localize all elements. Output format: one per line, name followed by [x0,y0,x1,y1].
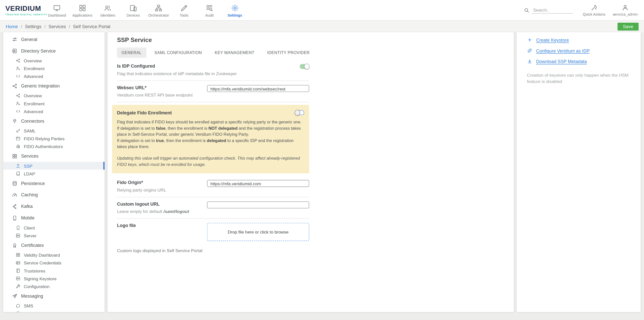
custom-logout-url-input[interactable] [207,201,309,208]
sidebar-item-ds-overview[interactable]: Overview [3,57,104,64]
sidebar-item-label: Service Credentials [24,260,61,265]
search-box [524,7,573,14]
field-label: Is IDP Configured [117,64,237,69]
advanced-icon [16,109,20,114]
client-icon [16,225,20,230]
sidebar-item-gi-enrollment[interactable]: Enrollment [3,100,104,107]
brand-logo[interactable]: VERIDIUM TRUSTED DIGITAL IDENTITY [5,5,44,16]
tab-general[interactable]: GENERAL [117,48,146,58]
sidebar-item-ldap[interactable]: LDAP [3,170,104,177]
sidebar-item-label: Kafka [21,204,33,209]
messaging-icon [12,293,17,298]
field-label: Custom logout URL [117,201,207,206]
save-button[interactable]: Save [618,22,639,30]
breadcrumb-current-page: Self Service Portal [73,24,111,29]
nav-item-settings[interactable]: Settings [222,3,247,17]
delegate-fido-toggle[interactable] [295,110,304,115]
general-icon [12,36,17,42]
sidebar-item-label: Generic Integration [21,83,60,88]
fido-relying-parties-icon [16,136,20,141]
nav-item-audit[interactable]: Audit [197,3,222,17]
orchestrator-icon [155,4,162,12]
nav-item-orchestrator[interactable]: Orchestrator [146,3,171,17]
overview-icon [16,58,20,63]
nav-item-label: Orchestrator [148,13,169,17]
nav-item-applications[interactable]: Applications [70,3,95,17]
tab-bar: GENERAL SAML CONFIGURATION KEY MANAGEMEN… [117,48,504,58]
configure-veridium-as-idp-link[interactable]: Configure Veridium as IDP [527,48,630,53]
ssp-icon [16,163,20,168]
sidebar-item-label: Enrollment [24,101,44,106]
sidebar-item-signing-keystore[interactable]: Signing Keystore [3,275,104,282]
nav-item-identities[interactable]: Identities [95,3,121,17]
nav-item-dashboard[interactable]: Dashboard [44,3,70,17]
sidebar-item-persistence[interactable]: Persistence [3,177,104,189]
sidebar-item-fido-relying-parties[interactable]: FIDO Relying Parties [3,134,104,142]
sidebar-item-certificates[interactable]: Certificates [3,239,104,251]
nav-item-devices[interactable]: Devices [121,3,146,17]
toggle-knob [304,64,310,69]
download-ssp-metadata-link[interactable]: Download SSP Metadata [527,59,630,64]
search-icon [524,7,529,13]
sidebar-item-directory-service[interactable]: Directory Service [3,45,104,57]
sidebar-item-mobile[interactable]: Mobile [3,212,104,224]
nav-item-label: Audit [205,13,214,17]
user-menu[interactable]: aencica_admin [613,4,638,16]
sidebar-item-connectors[interactable]: Connectors [3,115,104,127]
sidebar-item-configuration[interactable]: Configuration [3,282,104,290]
sidebar-item-server[interactable]: Server [3,232,104,239]
certificates-icon [12,243,17,248]
sidebar-item-email[interactable]: Email [3,309,104,312]
sidebar-item-truststores[interactable]: Truststores [3,267,104,275]
persistence-icon [12,180,17,186]
breadcrumb-settings[interactable]: Settings [25,24,41,29]
fido-origin-input[interactable] [207,180,309,187]
tab-key-management[interactable]: KEY MANAGEMENT [210,48,259,58]
create-keystore-link[interactable]: Create Keystore [527,37,630,42]
sidebar-item-label: Connectors [21,118,44,123]
sidebar-item-label: Email [24,311,34,312]
sidebar-item-kafka[interactable]: Kafka [3,201,104,212]
sidebar-item-service-credentials[interactable]: Service Credentials [3,259,104,266]
sidebar-item-messaging[interactable]: Messaging [3,290,104,302]
quick-actions-label: Quick Actions [583,12,605,16]
sidebar-item-label: LDAP [24,171,35,176]
sidebar-item-caching[interactable]: Caching [3,189,104,201]
websec-url-input[interactable] [207,85,309,92]
ldap-icon [16,171,20,176]
advanced-icon [16,74,20,78]
sidebar-item-label: Directory Service [21,48,56,53]
logo-file-dropzone[interactable]: Drop file here or click to browse [207,223,309,241]
sidebar-item-client[interactable]: Client [3,224,104,232]
sidebar-item-ssp[interactable]: SSP [3,162,104,170]
sidebar-item-label: General [21,37,37,42]
sidebar-item-fido-authenticators[interactable]: FIDO Authenticators [3,142,104,150]
breadcrumb: Home / Settings / Services / Self Servic… [0,21,644,32]
quick-actions-button[interactable]: Quick Actions [583,4,605,16]
sidebar-item-ds-enrollment[interactable]: Enrollment [3,64,104,72]
divider [117,102,309,103]
breadcrumb-home[interactable]: Home [6,24,18,29]
keystore-hsm-note: Creation of keystore can only happen whe… [527,72,630,84]
service-credentials-icon [16,260,20,265]
sidebar-item-services[interactable]: Services [3,150,104,162]
sidebar-item-general[interactable]: General [3,33,104,45]
tab-saml-configuration[interactable]: SAML CONFIGURATION [150,48,206,58]
field-description: Relying party origins URL [117,187,207,193]
breadcrumb-services[interactable]: Services [48,24,66,29]
user-name-label: aencica_admin [613,12,638,16]
is-idp-configured-toggle[interactable] [300,64,309,69]
sidebar-item-gi-overview[interactable]: Overview [3,92,104,99]
nav-item-tools[interactable]: Tools [171,3,197,17]
sidebar-item-validity-dashboard[interactable]: Validity Dashboard [3,251,104,259]
sidebar-item-saml[interactable]: SAML [3,127,104,134]
email-icon [16,311,20,312]
sidebar-item-ds-advanced[interactable]: Advanced [3,72,104,80]
sidebar-item-gi-advanced[interactable]: Advanced [3,107,104,115]
nav-item-label: Settings [228,13,242,17]
tab-identity-provider[interactable]: IDENTITY PROVIDER [263,48,314,58]
search-input[interactable] [531,7,573,14]
sidebar-item-generic-integration[interactable]: Generic Integration [3,80,104,92]
delegate-fido-description: Flag that indicates if FIDO keys should … [117,119,304,150]
sidebar-item-sms[interactable]: SMS [3,302,104,309]
